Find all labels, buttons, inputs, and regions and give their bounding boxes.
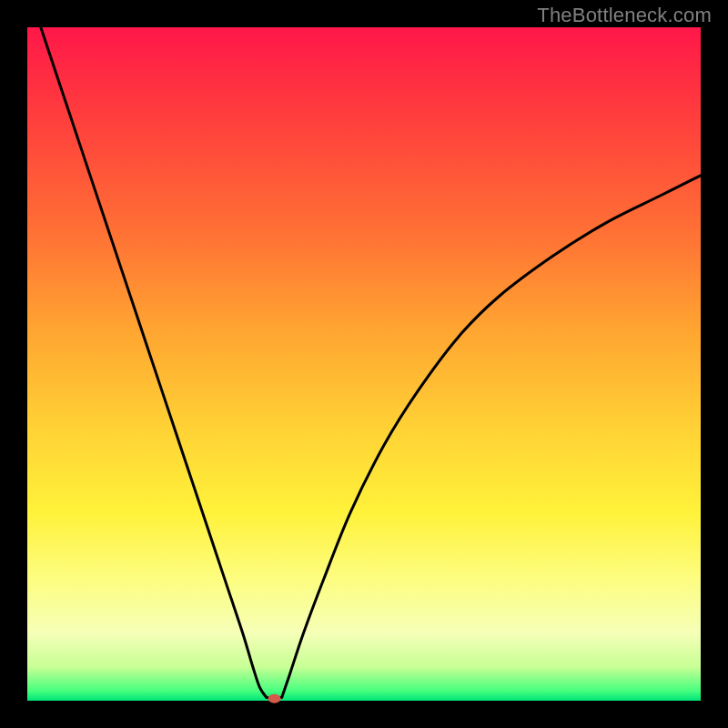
curve-svg bbox=[27, 27, 701, 701]
curve-right-arm bbox=[282, 176, 701, 698]
min-point-marker bbox=[268, 694, 281, 703]
curve-left-arm bbox=[41, 27, 267, 697]
curve-group bbox=[41, 27, 701, 703]
chart-frame: TheBottleneck.com bbox=[0, 0, 728, 728]
watermark-text: TheBottleneck.com bbox=[537, 4, 712, 27]
